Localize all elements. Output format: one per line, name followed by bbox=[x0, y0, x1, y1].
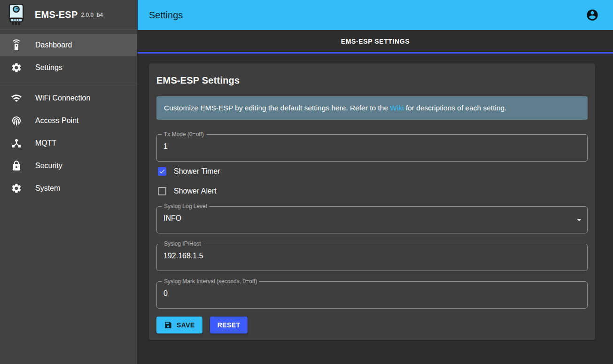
syslog-mark-interval-label: Syslog Mark Interval (seconds, 0=off) bbox=[162, 278, 259, 286]
settings-card: EMS-ESP Settings Customize EMS-ESP by ed… bbox=[149, 63, 595, 340]
tab-bar: EMS-ESP SETTINGS bbox=[138, 30, 613, 54]
save-button-label: SAVE bbox=[177, 321, 195, 329]
wifi-icon bbox=[11, 93, 22, 104]
sidebar-item-settings[interactable]: Settings bbox=[0, 56, 137, 79]
syslog-mark-interval-field: Syslog Mark Interval (seconds, 0=off) bbox=[156, 281, 588, 309]
lock-icon bbox=[11, 160, 22, 171]
card-title: EMS-ESP Settings bbox=[156, 74, 588, 87]
tx-mode-input[interactable] bbox=[157, 135, 587, 161]
shower-timer-checkbox-row[interactable]: Shower Timer bbox=[156, 162, 588, 181]
sidebar-item-label: Dashboard bbox=[35, 41, 72, 49]
tx-mode-label: Tx Mode (0=off) bbox=[162, 131, 206, 139]
sidebar-item-system[interactable]: System bbox=[0, 177, 137, 200]
sidebar-item-label: MQTT bbox=[35, 139, 56, 147]
app-title: EMS-ESP bbox=[35, 9, 78, 20]
save-button[interactable]: SAVE bbox=[156, 317, 202, 333]
gear-icon bbox=[11, 183, 22, 194]
sidebar-nav: Dashboard Settings WiFi Connection Acc bbox=[0, 30, 137, 200]
main-area: Settings EMS-ESP SETTINGS EMS-ESP Settin… bbox=[138, 0, 613, 364]
wifi-tethering-icon bbox=[11, 115, 22, 126]
page-title: Settings bbox=[149, 10, 583, 21]
syslog-level-select[interactable]: Syslog Log Level INFO bbox=[156, 206, 588, 233]
settings-remote-icon bbox=[11, 39, 22, 51]
reset-button-label: RESET bbox=[217, 321, 241, 329]
sidebar-item-label: Settings bbox=[35, 63, 62, 72]
shower-timer-label: Shower Timer bbox=[174, 167, 220, 176]
syslog-level-label: Syslog Log Level bbox=[162, 202, 209, 210]
sidebar-divider bbox=[0, 83, 137, 83]
sidebar-item-label: Access Point bbox=[35, 116, 78, 125]
wiki-link[interactable]: Wiki bbox=[390, 104, 403, 112]
checkbox-unchecked-icon[interactable] bbox=[158, 187, 166, 195]
sidebar-item-security[interactable]: Security bbox=[0, 155, 137, 177]
sidebar-item-wifi-connection[interactable]: WiFi Connection bbox=[0, 87, 137, 109]
chevron-down-icon bbox=[574, 214, 585, 225]
sidebar-item-dashboard[interactable]: Dashboard bbox=[0, 34, 137, 56]
syslog-host-field: Syslog IP/Host bbox=[156, 244, 588, 271]
syslog-host-label: Syslog IP/Host bbox=[162, 240, 203, 248]
banner-text: Customize EMS-ESP by editing the default… bbox=[164, 104, 390, 112]
account-button[interactable] bbox=[583, 6, 602, 24]
app-window: EMS-ESP 2.0.0_b4 Dashboard Settings bbox=[0, 0, 613, 364]
syslog-host-input[interactable] bbox=[157, 244, 587, 271]
syslog-mark-interval-input[interactable] bbox=[157, 282, 587, 308]
syslog-level-value: INFO bbox=[157, 214, 574, 225]
sidebar-item-label: Security bbox=[35, 162, 62, 170]
shower-alert-checkbox-row[interactable]: Shower Alert bbox=[156, 181, 588, 201]
device-hub-icon bbox=[11, 138, 22, 149]
account-circle-icon bbox=[586, 8, 599, 22]
reset-button[interactable]: RESET bbox=[210, 317, 248, 333]
sidebar: EMS-ESP 2.0.0_b4 Dashboard Settings bbox=[0, 0, 138, 364]
content-area: EMS-ESP Settings Customize EMS-ESP by ed… bbox=[138, 54, 613, 364]
sidebar-item-label: System bbox=[35, 184, 60, 193]
banner-text: for descriptions of each setting. bbox=[404, 104, 507, 112]
gear-icon bbox=[11, 62, 22, 73]
brand-header: EMS-ESP 2.0.0_b4 bbox=[0, 0, 137, 30]
tab-ems-esp-settings[interactable]: EMS-ESP SETTINGS bbox=[341, 38, 410, 45]
checkbox-checked-icon[interactable] bbox=[158, 167, 166, 176]
button-row: SAVE RESET bbox=[156, 317, 588, 333]
sidebar-item-mqtt[interactable]: MQTT bbox=[0, 132, 137, 155]
save-icon bbox=[164, 321, 172, 329]
boiler-logo bbox=[7, 3, 26, 27]
tx-mode-field: Tx Mode (0=off) bbox=[156, 134, 588, 162]
app-version: 2.0.0_b4 bbox=[81, 12, 103, 18]
sidebar-item-label: WiFi Connection bbox=[35, 94, 90, 102]
app-bar: Settings bbox=[138, 0, 613, 30]
info-banner: Customize EMS-ESP by editing the default… bbox=[156, 96, 588, 120]
shower-alert-label: Shower Alert bbox=[174, 187, 217, 195]
sidebar-item-access-point[interactable]: Access Point bbox=[0, 109, 137, 132]
